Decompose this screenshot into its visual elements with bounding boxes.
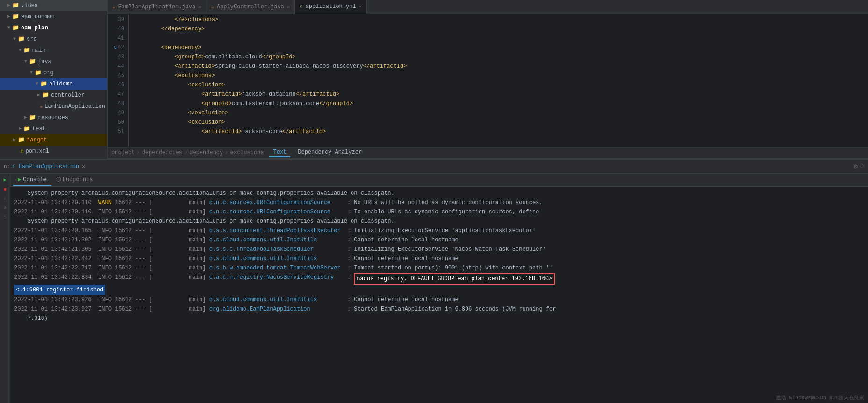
log-timestamp: 2022-11-01 13:42:23.927	[14, 304, 98, 314]
xml-code: <	[134, 24, 165, 34]
java-tab-icon: ☕	[211, 4, 214, 10]
log-sep: :	[347, 304, 354, 314]
run-app-name: ⚡ EamPlanApplication	[12, 163, 79, 170]
log-message: Cannot determine local hostname	[354, 254, 458, 263]
console-line: 2022-11-01 13:42:22.717 INFO 15612 --- […	[10, 263, 868, 273]
log-pid: 15612 --- [	[115, 263, 189, 273]
sidebar-item-main[interactable]: ▼ 📁 main	[0, 45, 107, 56]
expand-icon: ▶	[24, 113, 27, 122]
stop-button[interactable]: ■	[1, 185, 9, 193]
tab-endpoints[interactable]: ⬡ Endpoints	[51, 174, 98, 186]
log-thread: main]	[189, 304, 209, 314]
sidebar-item-eam-common[interactable]: ▶ 📁 eam_common	[0, 11, 107, 22]
log-timestamp: 2022-11-01 13:42:22.717	[14, 263, 98, 273]
fold-button[interactable]: ≡	[1, 213, 9, 221]
code-line-40: </dependency>	[134, 24, 862, 34]
tab-close-btn[interactable]: ✕	[359, 4, 362, 9]
folder-icon: 📁	[18, 35, 25, 44]
folder-icon: 📁	[40, 79, 47, 89]
code-line-47: <artifactId>jackson-databind</artifactId…	[134, 90, 862, 99]
log-thread: main]	[189, 263, 209, 273]
xml-code: <artifactId>	[134, 62, 215, 71]
log-timestamp: 2022-11-01 13:42:21.302	[14, 235, 98, 245]
tab-applycontroller[interactable]: ☕ ApplyController.java ✕	[206, 0, 295, 14]
code-line-49: </exclusion>	[134, 108, 862, 118]
breadcrumb-sep: ›	[225, 149, 228, 156]
log-sep: :	[347, 263, 354, 273]
sidebar-item-pom-m[interactable]: m pom.xml	[0, 146, 107, 157]
editor-area: ☕ EamPlanApplication.java ✕ ☕ ApplyContr…	[108, 0, 868, 159]
scroll-end-button[interactable]: ↓	[1, 194, 9, 203]
expand-icon: ▶	[7, 1, 10, 10]
log-thread: main]	[189, 273, 209, 285]
log-message: Started EamPlanApplication in 6.896 seco…	[354, 304, 556, 314]
log-text: System property archaius.configurationSo…	[14, 217, 395, 226]
expand-icon[interactable]: ⧉	[860, 163, 864, 170]
log-level: INFO	[98, 254, 115, 263]
breadcrumb-dependencies[interactable]: dependencies	[142, 149, 182, 156]
sidebar-item-eam-plan[interactable]: ▼ 📁 eam_plan	[0, 22, 107, 34]
log-message: No URLs will be polled as dynamic config…	[354, 198, 542, 207]
run-icon: n:	[4, 164, 10, 170]
log-message: Initializing ExecutorService 'Nacos-Watc…	[354, 245, 545, 254]
log-logger: o.s.cloud.commons.util.InetUtils	[209, 235, 347, 245]
sidebar-item-alidemo[interactable]: ▼ 📁 alidemo	[0, 78, 107, 90]
sidebar-item-src[interactable]: ▼ 📁 src	[0, 34, 107, 45]
sidebar-item-target[interactable]: ▶ 📁 target	[0, 134, 107, 146]
breadcrumb-dependency[interactable]: dependency	[189, 149, 223, 156]
log-logger: c.a.c.n.registry.NacosServiceRegistry	[209, 273, 347, 285]
bread-tab-text[interactable]: Text	[269, 148, 290, 157]
clear-button[interactable]: ⊘	[1, 204, 9, 212]
log-message: To enable URLs as dynamic configuration …	[354, 207, 539, 217]
expand-icon: ▶	[13, 135, 16, 145]
tab-console[interactable]: ▶ Console	[13, 174, 51, 186]
sidebar-item-eamplanapplication-file[interactable]: ☕ EamPlanApplication	[0, 101, 107, 112]
settings-icon[interactable]: ⚙	[854, 163, 858, 170]
java-file-icon: ☕	[40, 102, 43, 111]
log-thread: main]	[189, 198, 209, 207]
tab-eamplanapplication[interactable]: ☕ EamPlanApplication.java ✕	[108, 0, 206, 14]
log-level: INFO	[98, 295, 115, 304]
console-line: 2022-11-01 13:42:20.110 INFO 15612 --- […	[10, 207, 868, 217]
sidebar-item-label: pom.xml	[26, 147, 49, 156]
code-content[interactable]: </exclusions> </dependency> <dependency>	[129, 14, 868, 147]
xml-code: <artifactId>	[134, 127, 242, 136]
bottom-panel: n: ⚡ EamPlanApplication ✕ ⚙ ⧉ ▶ ■ ↓ ⊘ ≡	[0, 159, 868, 403]
tab-close-btn[interactable]: ✕	[198, 4, 201, 10]
folder-icon: 📁	[12, 1, 19, 10]
endpoints-icon: ⬡	[56, 176, 61, 183]
log-pid: 15612 --- [	[115, 273, 189, 285]
run-app-tab-close[interactable]: ✕	[82, 163, 85, 170]
sidebar-item-java[interactable]: ▼ 📁 java	[0, 56, 107, 67]
folder-icon: 📁	[29, 113, 36, 122]
sidebar-item-label: target	[27, 135, 47, 145]
log-timestamp: 2022-11-01 13:42:22.442	[14, 254, 98, 263]
sidebar-item-idea[interactable]: ▶ 📁 .idea	[0, 0, 107, 11]
folder-icon: 📁	[12, 12, 19, 21]
editor-tab-bar: ☕ EamPlanApplication.java ✕ ☕ ApplyContr…	[108, 0, 868, 14]
log-thread: main]	[189, 245, 209, 254]
sidebar-item-org[interactable]: ▼ 📁 org	[0, 67, 107, 78]
tab-applicationyml[interactable]: ⚙ application.yml ✕	[295, 0, 367, 14]
breadcrumb-exclusions[interactable]: exclusions	[230, 149, 264, 156]
console-line: 7.318)	[10, 314, 868, 323]
tab-close-btn[interactable]: ✕	[287, 4, 290, 10]
sidebar-item-resources[interactable]: ▶ 📁 resources	[0, 112, 107, 123]
xml-code: </exclusion>	[134, 108, 229, 118]
xml-code: <	[134, 15, 178, 24]
log-thread: main]	[189, 226, 209, 235]
rerun-button[interactable]: ▶	[1, 176, 9, 184]
code-line-44: <artifactId>spring-cloud-starter-alibaba…	[134, 62, 862, 71]
sidebar-item-label: eam_common	[21, 12, 55, 21]
bread-tab-dependency-analyzer[interactable]: Dependency Analyzer	[294, 148, 366, 157]
expand-icon: ▶	[19, 124, 22, 134]
breadcrumb-project[interactable]: project	[111, 149, 135, 156]
log-sep: :	[347, 245, 354, 254]
log-thread: main]	[189, 207, 209, 217]
sidebar-item-test[interactable]: ▶ 📁 test	[0, 123, 107, 134]
xml-code: <groupId>	[134, 52, 205, 62]
log-thread: main]	[189, 295, 209, 304]
sidebar-item-controller[interactable]: ▶ 📁 controller	[0, 90, 107, 101]
log-level: INFO	[98, 263, 115, 273]
breadcrumb-bar: project › dependencies › dependency › ex…	[108, 147, 868, 159]
